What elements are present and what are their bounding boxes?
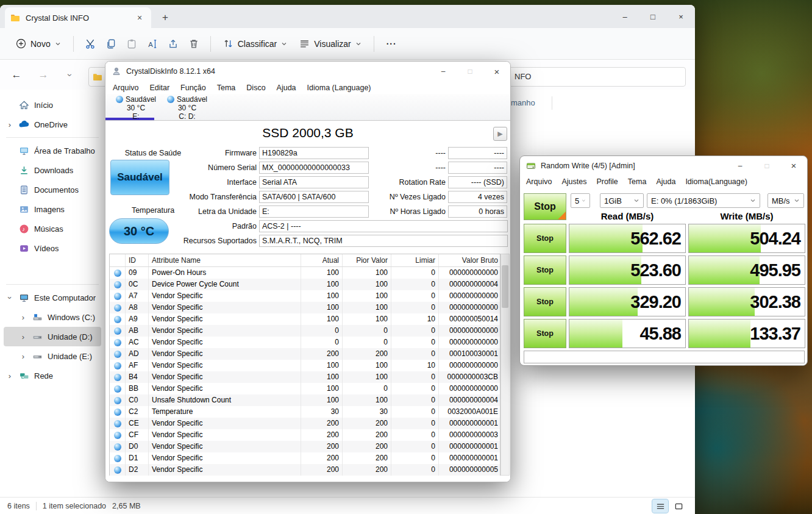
smart-attribute-row[interactable]: D1Vendor Specific2002000000000000001 (110, 452, 500, 464)
stop-row-button[interactable]: Stop (524, 287, 566, 316)
cdm-menu-idioma-language-[interactable]: Idioma(Language) (685, 177, 747, 186)
paste-button[interactable] (121, 34, 142, 54)
cdm-maximize-button[interactable]: □ (753, 156, 780, 175)
target-drive-select[interactable]: E: 0% (1/1863GiB) (647, 193, 760, 208)
sidebar-item-windows-c-[interactable]: ›Windows (C:) (4, 307, 101, 327)
smart-attribute-row[interactable]: A8Vendor Specific1001000000000000000 (110, 302, 500, 313)
back-icon[interactable]: ← (7, 66, 26, 84)
stop-row-button[interactable]: Stop (524, 319, 566, 348)
smart-attribute-row[interactable]: 0CDevice Power Cycle Count10010000000000… (110, 279, 500, 290)
scrollbar-thumb[interactable] (502, 265, 508, 308)
cdm-menu-ajustes[interactable]: Ajustes (561, 177, 586, 186)
smart-attribute-row[interactable]: A7Vendor Specific1001000000000000000 (110, 290, 500, 302)
smart-attribute-row[interactable]: CFVendor Specific2002000000000000003 (110, 429, 500, 441)
cdi-menu-disco[interactable]: Disco (246, 84, 265, 92)
forward-icon[interactable]: → (34, 66, 52, 84)
window-close-button[interactable]: × (667, 5, 695, 28)
write-speed-cell: 495.95 (688, 255, 805, 285)
cdm-minimize-button[interactable]: – (727, 156, 753, 175)
cdi-minimize-button[interactable]: – (430, 62, 457, 81)
next-disk-button[interactable]: ▶ (493, 127, 507, 141)
smart-attribute-row[interactable]: CEVendor Specific2002000000000000001 (110, 418, 500, 429)
smart-attribute-row[interactable]: D0Vendor Specific2002000000000000001 (110, 441, 500, 452)
explorer-sidebar: Início›OneDriveÁrea de TrabalhoDownloads… (4, 95, 101, 496)
test-size-select[interactable]: 1GiB (600, 193, 644, 208)
cdm-menu-tema[interactable]: Tema (628, 177, 647, 186)
smart-table-scrollbar[interactable] (500, 254, 510, 476)
explorer-tab[interactable]: Crystal Disk INFO × (5, 7, 151, 28)
sidebar-item-rede[interactable]: ›Rede (4, 366, 101, 385)
view-button[interactable]: Visualizar (293, 34, 367, 53)
size-column-header[interactable]: manho (511, 98, 535, 107)
cdi-menu-arquivo[interactable]: Arquivo (113, 84, 138, 92)
test-count-select[interactable]: 5 (571, 193, 590, 208)
cdm-menu-ajuda[interactable]: Ajuda (656, 177, 675, 186)
smart-attribute-row[interactable]: AFVendor Specific10010010000000000000 (110, 360, 500, 371)
cut-button[interactable] (80, 34, 101, 54)
stop-all-button[interactable]: Stop (524, 193, 566, 220)
sidebar-item-onedrive[interactable]: ›OneDrive (4, 115, 101, 134)
sidebar-item-unidade-d-[interactable]: ›Unidade (D:) (4, 327, 101, 346)
tree-chevron-icon[interactable]: › (6, 120, 13, 129)
sidebar-item-este-computador[interactable]: ›Este Computador (4, 288, 101, 307)
tree-chevron-icon[interactable]: › (5, 294, 15, 301)
smart-attribute-row[interactable]: A9Vendor Specific10010010000000050014 (110, 313, 500, 325)
sidebar-item-downloads[interactable]: Downloads (4, 160, 101, 180)
sidebar-item-v-deos[interactable]: Vídeos (4, 238, 101, 258)
share-button[interactable] (163, 34, 183, 54)
sidebar-item-unidade-e-[interactable]: ›Unidade (E:) (4, 346, 101, 366)
sidebar-item-m-sicas[interactable]: ♪Músicas (4, 219, 101, 238)
smart-attribute-row[interactable]: C2Temperature303000032000A001E (110, 406, 500, 418)
tree-chevron-icon[interactable]: › (20, 313, 27, 322)
tree-chevron-icon[interactable]: › (20, 352, 27, 361)
more-options-button[interactable]: ··· (380, 35, 403, 53)
cdi-menu-tema[interactable]: Tema (217, 84, 236, 92)
sort-button[interactable]: Classificar (217, 34, 294, 53)
rename-button[interactable]: A (142, 34, 163, 54)
units-select[interactable]: MB/s (767, 193, 804, 208)
read-speed-cell: 562.62 (569, 224, 686, 253)
tab-close-icon[interactable]: × (133, 11, 146, 24)
thumbnail-view-toggle[interactable] (671, 499, 686, 513)
cdi-menu-ajuda[interactable]: Ajuda (277, 84, 296, 92)
sidebar-item--rea-de-trabalho[interactable]: Área de Trabalho (4, 141, 101, 160)
cdi-close-button[interactable]: × (483, 62, 510, 81)
smart-attribute-row[interactable]: 09Power-On Hours1001000000000000000 (110, 267, 500, 279)
cdi-menu-fun-o[interactable]: Função (180, 84, 206, 92)
cdm-menu-profile[interactable]: Profile (596, 177, 618, 186)
stop-row-button[interactable]: Stop (524, 255, 566, 285)
details-view-toggle[interactable] (652, 499, 668, 513)
drive-tab-cd[interactable]: Saudável30 °CC: D: (160, 95, 214, 121)
recent-locations-icon[interactable]: › (61, 66, 79, 84)
new-tab-button[interactable]: + (157, 10, 173, 26)
cdm-close-button[interactable]: × (780, 156, 807, 175)
smart-attribute-row[interactable]: BBVendor Specific10000000000000000 (110, 383, 500, 394)
comment-box[interactable] (524, 351, 805, 363)
cdm-menu-arquivo[interactable]: Arquivo (526, 177, 552, 186)
stop-row-button[interactable]: Stop (524, 224, 566, 253)
window-minimize-button[interactable]: – (611, 5, 639, 28)
smart-attribute-row[interactable]: C0Unsafe Shutdown Count10010000000000000… (110, 394, 500, 406)
sidebar-item-documentos[interactable]: Documentos (4, 180, 101, 199)
smart-attribute-row[interactable]: D2Vendor Specific2002000000000000005 (110, 464, 500, 476)
copy-button[interactable] (101, 34, 121, 54)
tree-chevron-icon[interactable]: › (20, 332, 27, 341)
cdi-maximize-button[interactable]: □ (457, 62, 483, 81)
cdi-menu-editar[interactable]: Editar (149, 84, 169, 92)
field-label: Letra da Unidade (142, 207, 257, 216)
drive-tab-e[interactable]: Saudável30 °CE: (109, 95, 163, 121)
sidebar-item-in-cio[interactable]: Início (4, 95, 101, 115)
smart-attribute-row[interactable]: ACVendor Specific000000000000000 (110, 337, 500, 348)
field-value: ---- (448, 162, 507, 174)
window-maximize-button[interactable]: □ (639, 5, 667, 28)
smart-attribute-row[interactable]: ADVendor Specific2002000000100030001 (110, 348, 500, 360)
smart-attribute-row[interactable]: ABVendor Specific000000000000000 (110, 325, 500, 337)
select-value: MB/s (772, 196, 790, 205)
smart-attribute-row[interactable]: B4Vendor Specific10010000000000003CB (110, 371, 500, 383)
delete-button[interactable] (183, 34, 204, 54)
new-button[interactable]: Novo (10, 34, 67, 53)
tree-chevron-icon[interactable]: › (6, 371, 13, 380)
cdi-menu-idioma-language-[interactable]: Idioma (Language) (307, 84, 371, 92)
sidebar-item-imagens[interactable]: Imagens (4, 199, 101, 219)
health-orb-icon (114, 281, 121, 288)
